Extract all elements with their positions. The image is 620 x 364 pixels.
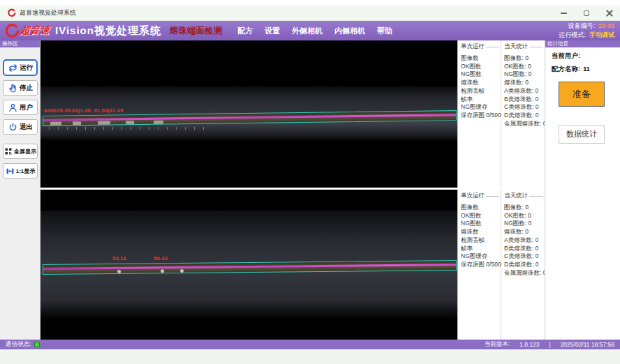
stat-row: 检测丢帧 — [461, 236, 501, 245]
recipe-value: 11 — [583, 66, 590, 73]
device-number-value: 22-33 — [598, 22, 614, 31]
bead-mark — [117, 270, 121, 273]
statistics-panel-title: 统计信息 — [545, 40, 620, 47]
stat-row: B类熔珠数: 0 — [504, 96, 545, 104]
stats-block-bottom: 单次运行 图像数OK图数NG图数熔珠数检测丢帧帧率NG图缓存保存原图 0/500… — [457, 190, 545, 340]
one-to-one-icon — [6, 167, 15, 176]
single-run-title: 单次运行 — [461, 43, 485, 51]
stat-row: 帧率 — [461, 245, 501, 253]
stat-row: 熔珠数 — [461, 79, 501, 87]
data-statistics-button[interactable]: 数据统计 — [559, 125, 605, 144]
today-column: 当天统计 图像数: 0OK图数: 0NG图数: 0熔珠数: 0A类熔珠数: 0B… — [501, 40, 545, 188]
user-button[interactable]: 用户 — [3, 100, 38, 115]
outer-camera-viewport[interactable]: 640625 39.83|1.49 31.52|41.49 — [40, 40, 457, 188]
fullscreen-label: 全屏显示 — [14, 148, 36, 156]
app-window: 超音速视觉处理系统 超音速 IVision视觉处理系统 熔珠端面检测 配方设置外… — [0, 0, 620, 364]
run-mode-label: 运行模式: — [559, 31, 586, 40]
stat-row: A类熔珠数: 0 — [504, 236, 545, 245]
main-menu: 配方设置外侧相机内侧相机帮助 — [237, 26, 392, 36]
user-label: 用户 — [20, 103, 33, 112]
run-button[interactable]: 运行 — [3, 59, 38, 76]
stat-row: D类熔珠数: 0 — [504, 261, 545, 269]
statistics-panel: 统计信息 当前用户: 配方名称:11 准备 数据统计 — [545, 40, 620, 340]
fullscreen-grid-icon — [4, 147, 13, 156]
stat-row: 图像数 — [461, 204, 501, 212]
status-bar: 通信状态: 当前版本: 1.0.123 | 2025/02/11 16:57:5… — [0, 340, 620, 349]
minimize-icon[interactable] — [561, 13, 567, 14]
one-to-one-button[interactable]: 1:1显示 — [3, 163, 38, 179]
inner-camera-viewport[interactable]: 53.11 56.43 — [40, 190, 457, 340]
desktop-background — [0, 349, 620, 364]
today-rows: 图像数: 0OK图数: 0NG图数: 0熔珠数: 0A类熔珠数: 0B类熔珠数:… — [504, 54, 545, 128]
stat-row: NG图数: 0 — [504, 70, 545, 79]
single-run-rows: 图像数OK图数NG图数熔珠数检测丢帧帧率NG图缓存保存原图 0/500 — [461, 204, 501, 269]
single-run-title: 单次运行 — [461, 192, 485, 200]
seam-centerline — [43, 114, 456, 121]
comm-status-label: 通信状态: — [6, 340, 31, 349]
measurement-annotation: 640625 39.83|1.49 31.52|41.49 — [44, 107, 123, 114]
menu-item[interactable]: 外侧相机 — [292, 26, 323, 36]
stat-row: D类熔珠数: 0 — [504, 112, 545, 120]
app-header: 超音速 IVision视觉处理系统 熔珠端面检测 配方设置外侧相机内侧相机帮助 … — [0, 21, 620, 40]
current-user-label: 当前用户: — [552, 52, 580, 59]
stats-block-top: 单次运行 图像数OK图数NG图数熔珠数检测丢帧帧率NG图缓存保存原图 0/500… — [457, 40, 545, 188]
status-separator: | — [549, 341, 550, 348]
bead-mark — [161, 269, 164, 273]
recipe-label: 配方名称: — [552, 65, 580, 73]
bead-blob — [50, 122, 61, 126]
single-run-rows: 图像数OK图数NG图数熔珠数检测丢帧帧率NG图缓存保存原图 0/500 — [461, 54, 501, 120]
titlebar: 超音速视觉处理系统 — [0, 6, 620, 21]
stat-row: NG图缓存 — [461, 103, 501, 112]
header-info: 设备编号: 22-33 运行模式: 手动调试 — [559, 22, 614, 40]
stat-row: NG图数 — [461, 220, 501, 228]
stat-row: 金属屑熔珠数: 0 — [504, 120, 545, 128]
stat-row: OK图数 — [461, 212, 501, 220]
bead-blob — [154, 121, 163, 124]
run-cycle-icon — [8, 63, 18, 73]
stat-row: C类熔珠数: 0 — [504, 103, 545, 112]
brand-swirl-icon — [4, 23, 20, 38]
measurement-right: 56.43 — [154, 255, 168, 261]
stat-row: 图像数 — [461, 54, 501, 63]
stat-row: NG图数: 0 — [504, 220, 545, 228]
hand-stop-icon — [8, 83, 18, 93]
single-run-column: 单次运行 图像数OK图数NG图数熔珠数检测丢帧帧率NG图缓存保存原图 0/500 — [458, 190, 501, 340]
stat-row: 金属屑熔珠数: 0 — [504, 269, 545, 278]
stop-button[interactable]: 停止 — [3, 80, 38, 96]
exit-label: 退出 — [20, 123, 33, 132]
stat-row: 图像数: 0 — [504, 54, 545, 63]
stop-label: 停止 — [20, 84, 33, 93]
recipe-row: 配方名称:11 — [552, 65, 620, 74]
stat-row: A类熔珠数: 0 — [504, 87, 545, 96]
menu-item[interactable]: 内侧相机 — [334, 26, 365, 36]
stat-row: 保存原图 0/500 — [461, 261, 501, 269]
stat-row: OK图数: 0 — [504, 212, 545, 220]
power-icon — [8, 122, 18, 132]
bead-blob — [126, 121, 134, 124]
prepare-button[interactable]: 准备 — [559, 82, 605, 107]
maximize-icon[interactable] — [584, 10, 589, 16]
comm-status-green-icon — [34, 342, 40, 347]
window-title: 超音速视觉处理系统 — [20, 8, 76, 17]
bead-blob — [73, 121, 81, 125]
brand-logo: 超音速 — [4, 23, 50, 38]
menu-item[interactable]: 设置 — [265, 26, 280, 36]
bead-mark — [180, 269, 184, 273]
run-label: 运行 — [20, 63, 33, 73]
current-user-row: 当前用户: — [552, 52, 620, 61]
stat-row: OK图数: 0 — [504, 63, 545, 71]
stat-row: 保存原图 0/500 — [461, 112, 501, 120]
fullscreen-button[interactable]: 全屏显示 — [3, 144, 38, 159]
one-to-one-label: 1:1显示 — [16, 167, 36, 175]
today-title: 当天统计 — [504, 43, 528, 51]
stat-row: 熔珠数: 0 — [504, 79, 545, 87]
stat-row: NG图缓存 — [461, 252, 501, 261]
close-icon[interactable] — [606, 10, 613, 17]
stat-row: 图像数: 0 — [504, 204, 545, 212]
exit-button[interactable]: 退出 — [3, 119, 38, 135]
sidebar-title: 操作区 — [0, 40, 40, 47]
menu-item[interactable]: 配方 — [237, 26, 253, 36]
version-value: 1.0.123 — [519, 341, 539, 348]
run-mode-value: 手动调试 — [589, 31, 614, 40]
menu-item[interactable]: 帮助 — [377, 26, 392, 36]
